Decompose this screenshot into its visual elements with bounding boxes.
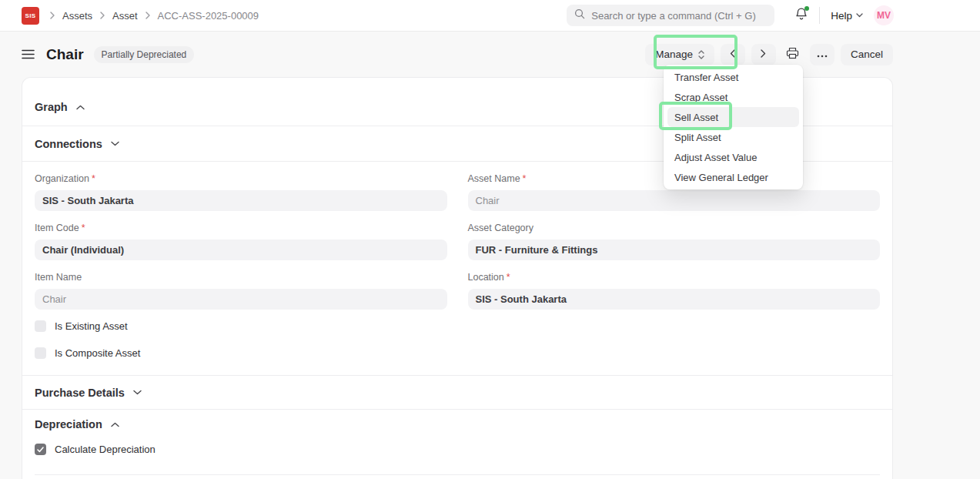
page-header: Chair Partially Depreciated Manage <box>0 32 980 77</box>
help-menu[interactable]: Help <box>831 10 863 22</box>
chevron-down-icon <box>856 13 863 18</box>
chevron-up-icon <box>111 422 119 427</box>
previous-record-button[interactable] <box>721 44 745 65</box>
menu-item-sell-asset[interactable]: Sell Asset <box>667 107 799 127</box>
help-label: Help <box>831 10 852 22</box>
chevron-up-icon <box>76 105 85 110</box>
organization-label: Organization <box>35 173 89 184</box>
search-input[interactable] <box>591 10 767 22</box>
field-organization: Organization * SIS - South Jakarta <box>35 173 447 211</box>
cancel-button[interactable]: Cancel <box>841 44 893 65</box>
sidebar-toggle-icon[interactable] <box>22 49 35 59</box>
manage-dropdown-menu: Transfer Asset Scrap Asset Sell Asset Sp… <box>664 65 803 189</box>
depreciation-section-label: Depreciation <box>35 418 102 430</box>
graph-section-label: Graph <box>35 101 68 113</box>
status-badge: Partially Depreciated <box>94 46 195 63</box>
navbar-right-group: Help MV <box>567 5 894 26</box>
print-button[interactable] <box>782 44 804 65</box>
chevron-down-icon <box>111 141 119 146</box>
user-avatar[interactable]: MV <box>874 5 894 25</box>
item-name-input[interactable]: Chair <box>35 289 447 310</box>
is-composite-asset-label: Is Composite Asset <box>55 347 140 359</box>
field-location: Location * SIS - South Jakarta <box>468 271 881 310</box>
chevron-right-icon <box>99 12 105 19</box>
search-icon <box>574 8 585 22</box>
breadcrumb-current-asset-id: ACC-ASS-2025-00009 <box>158 10 259 22</box>
notification-dot <box>804 6 809 11</box>
asset-name-input[interactable]: Chair <box>468 190 881 211</box>
section-depreciation: Depreciation Calculate Depreciation <box>22 410 892 475</box>
manage-button[interactable]: Manage <box>645 44 714 65</box>
breadcrumb: Assets Asset ACC-ASS-2025-00009 <box>49 10 259 22</box>
navbar-divider <box>819 7 820 24</box>
item-name-label: Item Name <box>35 272 82 283</box>
chevron-right-icon <box>761 49 766 60</box>
more-options-button[interactable] <box>810 44 835 65</box>
avatar-initials: MV <box>877 10 891 21</box>
depreciation-section-header[interactable]: Depreciation <box>35 418 880 430</box>
ellipsis-icon <box>817 49 828 60</box>
connections-section-label: Connections <box>35 138 102 150</box>
menu-item-view-general-ledger[interactable]: View General Ledger <box>667 167 799 187</box>
is-existing-asset-label: Is Existing Asset <box>55 320 128 332</box>
location-label: Location <box>468 272 504 283</box>
printer-icon <box>786 47 799 62</box>
top-navbar: SIS Assets Asset ACC-ASS-2025-00009 <box>0 0 980 32</box>
app-logo[interactable]: SIS <box>22 7 39 25</box>
breadcrumb-assets[interactable]: Assets <box>62 10 92 22</box>
chevron-right-icon <box>49 12 55 19</box>
menu-item-transfer-asset[interactable]: Transfer Asset <box>667 67 799 87</box>
required-asterisk: * <box>82 223 85 233</box>
calculate-depreciation-label: Calculate Depreciation <box>55 444 156 455</box>
checkbox-unchecked-icon[interactable] <box>35 320 46 332</box>
checkbox-calculate-depreciation[interactable]: Calculate Depreciation <box>35 444 880 455</box>
field-item-name: Item Name Chair <box>35 271 447 310</box>
asset-detail-screen: SIS Assets Asset ACC-ASS-2025-00009 <box>0 0 980 479</box>
chevron-right-icon <box>145 12 151 19</box>
global-search[interactable] <box>567 5 774 26</box>
organization-input[interactable]: SIS - South Jakarta <box>35 190 447 211</box>
app-logo-text: SIS <box>25 12 36 19</box>
asset-name-label: Asset Name <box>468 173 520 184</box>
asset-details-form: Organization * SIS - South Jakarta Asset… <box>22 162 892 375</box>
cancel-button-label: Cancel <box>851 49 883 60</box>
breadcrumb-asset[interactable]: Asset <box>112 10 138 22</box>
chevron-down-icon <box>133 390 142 395</box>
page-title: Chair <box>46 46 84 63</box>
chevron-left-icon <box>730 49 735 60</box>
header-actions: Manage <box>645 44 893 65</box>
menu-item-scrap-asset[interactable]: Scrap Asset <box>667 87 799 107</box>
notifications-button[interactable] <box>794 7 808 25</box>
checkbox-is-existing-asset[interactable]: Is Existing Asset <box>35 320 880 332</box>
required-asterisk: * <box>523 173 527 184</box>
item-code-input[interactable]: Chair (Individual) <box>35 240 447 260</box>
checkbox-checked-icon[interactable] <box>35 444 46 455</box>
asset-category-input[interactable]: FUR - Furniture & Fittings <box>468 240 881 260</box>
section-purchase-details[interactable]: Purchase Details <box>22 376 892 409</box>
section-divider <box>35 474 880 475</box>
required-asterisk: * <box>507 272 510 283</box>
field-asset-category: Asset Category FUR - Furniture & Fitting… <box>468 222 881 260</box>
field-item-code: Item Code * Chair (Individual) <box>35 222 447 260</box>
select-chevrons-icon <box>698 50 704 59</box>
asset-category-label: Asset Category <box>468 223 533 233</box>
location-input[interactable]: SIS - South Jakarta <box>468 289 881 310</box>
required-asterisk: * <box>92 173 95 184</box>
checkbox-unchecked-icon[interactable] <box>35 347 46 359</box>
purchase-details-section-label: Purchase Details <box>35 387 125 399</box>
menu-item-split-asset[interactable]: Split Asset <box>667 127 799 147</box>
next-record-button[interactable] <box>751 44 776 65</box>
checkbox-is-composite-asset[interactable]: Is Composite Asset <box>35 347 880 359</box>
item-code-label: Item Code <box>35 223 79 233</box>
manage-button-label: Manage <box>655 49 693 60</box>
menu-item-adjust-asset-value[interactable]: Adjust Asset Value <box>667 147 799 167</box>
